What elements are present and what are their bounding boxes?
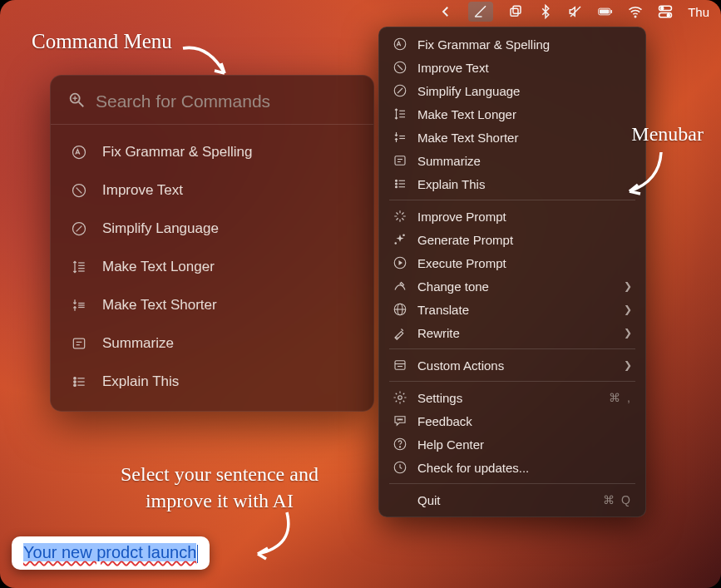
svg-rect-1: [513, 6, 521, 13]
shorter-icon: [393, 130, 407, 145]
selected-text: Your new prodct launch: [23, 543, 196, 561]
selected-text-chip[interactable]: Your new prodct launch: [12, 536, 210, 570]
dd-custom-actions[interactable]: Custom Actions❯: [384, 353, 640, 377]
custom-icon: [393, 358, 407, 373]
svg-rect-0: [511, 8, 518, 16]
separator: [389, 348, 635, 349]
dd-shorter[interactable]: Make Text Shorter: [384, 126, 640, 149]
separator: [389, 483, 635, 484]
annotation-command-menu: Command Menu: [32, 30, 172, 53]
separator: [389, 381, 635, 382]
dd-improve-prompt[interactable]: Improve Prompt: [384, 205, 640, 228]
svg-point-30: [74, 381, 77, 383]
dd-fix-grammar[interactable]: Fix Grammar & Spelling: [384, 32, 640, 56]
cmd-label: Improve Text: [102, 182, 183, 199]
dd-label: Make Text Shorter: [417, 131, 518, 145]
summarize-icon: [393, 153, 407, 168]
menubar-battery-icon[interactable]: [598, 4, 613, 19]
menubar-control-center-icon[interactable]: [658, 4, 673, 19]
dd-explain[interactable]: Explain This: [384, 172, 640, 195]
svg-point-51: [403, 235, 405, 236]
desktop-background: Thu Fix Grammar & Spelling Improve Text …: [0, 0, 721, 588]
dd-label: Improve Prompt: [417, 210, 506, 224]
svg-point-65: [399, 447, 400, 447]
cmd-label: Fix Grammar & Spelling: [102, 144, 252, 161]
dd-simplify[interactable]: Simplify Language: [384, 79, 640, 102]
menubar-wifi-icon[interactable]: [628, 4, 643, 19]
dd-label: Quit: [417, 493, 441, 507]
dd-feedback[interactable]: Feedback: [384, 409, 640, 432]
command-search-row: [51, 76, 373, 125]
svg-point-47: [396, 183, 398, 185]
dd-settings[interactable]: Settings⌘ ,: [384, 386, 640, 409]
cmd-shorter[interactable]: Make Text Shorter: [51, 286, 373, 324]
svg-point-61: [398, 419, 398, 420]
help-icon: [393, 437, 407, 452]
svg-point-8: [661, 7, 664, 9]
explain-icon: [393, 176, 407, 191]
annotation-caption: Select your sentence and improve it with…: [121, 461, 319, 515]
cmd-improve-text[interactable]: Improve Text: [51, 171, 373, 210]
play-icon: [393, 255, 407, 270]
dd-translate[interactable]: Translate❯: [384, 298, 640, 321]
chevron-right-icon: ❯: [624, 359, 632, 371]
pencil-icon: [393, 325, 407, 340]
longer-icon: [393, 106, 407, 121]
svg-line-12: [79, 102, 84, 107]
blank-icon: [393, 492, 407, 507]
dd-quit[interactable]: Quit⌘ Q: [384, 488, 640, 511]
dd-generate-prompt[interactable]: Generate Prompt: [384, 228, 640, 251]
dd-help[interactable]: Help Center: [384, 432, 640, 456]
dd-label: Make Text Longer: [417, 107, 516, 121]
menubar-clock[interactable]: Thu: [688, 5, 709, 19]
dd-label: Translate: [417, 303, 469, 317]
dd-change-tone[interactable]: Change tone❯: [384, 274, 640, 298]
svg-rect-25: [73, 338, 84, 348]
dd-summarize[interactable]: Summarize: [384, 149, 640, 172]
improve-icon: [71, 182, 87, 199]
longer-icon: [71, 259, 87, 275]
improve-icon: [393, 60, 407, 75]
svg-point-45: [396, 180, 398, 181]
dd-rewrite[interactable]: Rewrite❯: [384, 321, 640, 344]
cmd-label: Make Text Shorter: [102, 297, 217, 314]
dd-label: Generate Prompt: [417, 233, 513, 247]
cmd-label: Summarize: [102, 335, 174, 352]
svg-rect-42: [395, 156, 405, 166]
search-icon: [67, 91, 86, 112]
svg-point-60: [398, 396, 402, 400]
command-search-input[interactable]: [96, 91, 357, 111]
svg-rect-5: [611, 10, 613, 13]
dd-improve-text[interactable]: Improve Text: [384, 56, 640, 79]
dd-label: Explain This: [417, 177, 485, 191]
chevron-right-icon: ❯: [624, 304, 632, 315]
cmd-longer[interactable]: Make Text Longer: [51, 248, 373, 286]
dd-label: Check for updates...: [417, 461, 529, 475]
globe-icon: [393, 302, 407, 317]
menubar-mute-icon[interactable]: [568, 4, 583, 19]
cmd-simplify[interactable]: Simplify Language: [51, 210, 373, 248]
cmd-label: Simplify Language: [102, 220, 219, 237]
grammar-icon: [393, 37, 407, 52]
dd-longer[interactable]: Make Text Longer: [384, 102, 640, 126]
dd-execute-prompt[interactable]: Execute Prompt: [384, 251, 640, 274]
gear-icon: [393, 390, 407, 405]
chat-icon: [393, 413, 407, 428]
dd-updates[interactable]: Check for updates...: [384, 456, 640, 479]
arrow-icon: [249, 508, 299, 566]
menubar-bluetooth-icon[interactable]: [538, 4, 553, 19]
menubar-app-icon[interactable]: [468, 2, 493, 22]
grammar-icon: [71, 144, 87, 161]
cmd-explain[interactable]: Explain This: [51, 363, 373, 401]
svg-point-62: [399, 419, 400, 420]
menubar-chevron-left-icon[interactable]: [438, 4, 453, 19]
dd-label: Custom Actions: [417, 358, 504, 373]
cmd-fix-grammar[interactable]: Fix Grammar & Spelling: [51, 133, 373, 171]
svg-point-63: [402, 419, 402, 420]
menubar-dropdown: Fix Grammar & Spelling Improve Text Simp…: [378, 27, 646, 517]
cmd-summarize[interactable]: Summarize: [51, 324, 373, 363]
dd-label: Feedback: [417, 414, 472, 428]
command-menu-panel: Fix Grammar & Spelling Improve Text Simp…: [50, 75, 374, 412]
menubar-windows-icon[interactable]: [508, 4, 523, 19]
simplify-icon: [71, 220, 87, 237]
